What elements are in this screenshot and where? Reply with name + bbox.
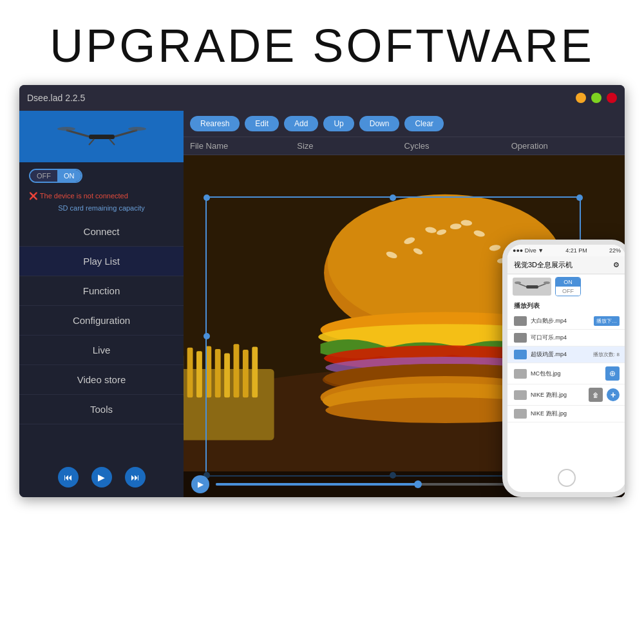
col-cycles: Cycles [404, 141, 511, 151]
toggle-area: OFF ON [19, 162, 184, 189]
phone-toggle-on[interactable]: ON [556, 278, 580, 287]
minimize-button[interactable] [576, 93, 586, 103]
play-button[interactable]: ▶ [91, 467, 112, 488]
phone-item-name: NIKE 跑鞋.jpg [531, 410, 620, 418]
sidebar-item-configuration[interactable]: Configuration [19, 306, 184, 336]
phone-list-item-highlighted[interactable]: 超级鸡蛋.mp4 播放次数: 8 [507, 346, 625, 363]
toolbar: Rearesh Edit Add Up Down Clear [184, 111, 625, 137]
svg-line-5 [89, 139, 94, 145]
down-button[interactable]: Down [359, 116, 400, 131]
phone-copy-icon[interactable]: ⊕ [605, 366, 620, 381]
title-bar: Dsee.lad 2.2.5 [19, 85, 625, 111]
edit-button[interactable]: Edit [245, 116, 279, 131]
sidebar-logo [19, 111, 184, 162]
video-play-button[interactable]: ▶ [191, 475, 209, 493]
col-size: Size [297, 141, 404, 151]
svg-rect-17 [243, 350, 249, 397]
svg-rect-15 [224, 354, 230, 398]
svg-point-43 [515, 281, 521, 284]
add-button[interactable]: Add [284, 116, 318, 131]
phone-item-name: 超级鸡蛋.mp4 [531, 350, 589, 359]
prev-button[interactable]: ⏮ [58, 467, 79, 488]
svg-point-4 [128, 127, 146, 131]
up-button[interactable]: Up [323, 116, 354, 131]
clear-button[interactable]: Clear [404, 116, 444, 131]
sidebar-item-function[interactable]: Function [19, 276, 184, 306]
app-window: Dsee.lad 2.2.5 [19, 85, 625, 497]
phone-battery: 22% [609, 247, 621, 254]
svg-line-2 [115, 130, 137, 137]
phone-item-name: 可口可乐.mp4 [531, 334, 620, 342]
phone-item-name: 大白鹅步.mp4 [531, 317, 590, 325]
device-status: ❌ The device is not connected [19, 189, 184, 203]
drone-logo-icon [57, 120, 147, 153]
sidebar-footer: ⏮ ▶ ⏭ [19, 457, 184, 497]
toggle-on-label: ON [57, 170, 81, 182]
sidebar-item-videostore[interactable]: Video store [19, 365, 184, 395]
svg-line-6 [109, 139, 115, 145]
phone-thumb-icon [514, 316, 527, 326]
phone-thumb-icon [514, 409, 527, 419]
svg-rect-18 [252, 347, 258, 398]
svg-rect-40 [526, 285, 538, 289]
phone-app-header: 视觉3D全息展示机 ⚙ [507, 256, 625, 274]
phone-list-item[interactable]: MC包包.jpg ⊕ [507, 363, 625, 384]
phone-time: 4:21 PM [565, 247, 587, 254]
app-title: Dsee.lad 2.2.5 [27, 93, 576, 103]
phone-app-title: 视觉3D全息展示机 [514, 260, 573, 270]
svg-rect-12 [196, 351, 202, 397]
phone-settings-icon[interactable]: ⚙ [613, 261, 620, 269]
phone-thumb-icon [514, 390, 527, 400]
media-viewer: ▶ 00:01:46 ●●● Dive ▼ 4:21 P [184, 155, 625, 497]
svg-rect-13 [205, 346, 211, 397]
phone-drone-image [513, 278, 551, 296]
sidebar-item-playlist[interactable]: Play List [19, 247, 184, 276]
sidebar-item-connect[interactable]: Connect [19, 217, 184, 247]
phone-item-name: NIKE 跑鞋.jpg [531, 391, 585, 399]
phone-delete-icon[interactable]: 🗑 [589, 388, 603, 402]
phone-frame: ●●● Dive ▼ 4:21 PM 22% 视觉3D全息展示机 ⚙ [502, 240, 625, 497]
page-title: UPGRADE SOFTWARE [0, 19, 644, 72]
maximize-button[interactable] [591, 93, 601, 103]
phone-item-name: MC包包.jpg [531, 370, 601, 378]
window-controls [576, 93, 617, 103]
col-filename: File Name [190, 141, 297, 151]
svg-rect-0 [89, 135, 115, 139]
sidebar-item-live[interactable]: Live [19, 336, 184, 365]
phone-list-item[interactable]: 大白鹅步.mp4 播放下… [507, 313, 625, 330]
power-toggle[interactable]: OFF ON [29, 169, 82, 183]
phone-thumb-icon [514, 350, 527, 359]
toggle-off-label: OFF [30, 170, 57, 182]
col-operation: Operation [511, 141, 618, 151]
svg-point-3 [57, 127, 75, 131]
phone-screen: ●●● Dive ▼ 4:21 PM 22% 视觉3D全息展示机 ⚙ [507, 245, 625, 492]
svg-rect-16 [234, 344, 240, 397]
next-button[interactable]: ⏭ [125, 467, 146, 488]
phone-add-button[interactable]: + [607, 388, 620, 401]
sd-card-info: SD card remaining capacity [19, 203, 184, 217]
phone-status-bar: ●●● Dive ▼ 4:21 PM 22% [507, 245, 625, 256]
svg-point-44 [544, 281, 550, 284]
phone-list-item[interactable]: NIKE 跑鞋.jpg 🗑 + [507, 384, 625, 406]
phone-list-item[interactable]: 可口可乐.mp4 [507, 330, 625, 346]
phone-toggle-off[interactable]: OFF [556, 287, 580, 296]
close-button[interactable] [607, 93, 617, 103]
svg-rect-11 [187, 348, 193, 397]
phone-list-item[interactable]: NIKE 跑鞋.jpg [507, 406, 625, 422]
svg-line-1 [66, 130, 89, 137]
phone-section-title: 播放列表 [507, 299, 625, 313]
main-content: Rearesh Edit Add Up Down Clear File Name… [184, 111, 625, 497]
svg-rect-14 [215, 349, 221, 397]
phone-thumb-icon [514, 333, 527, 343]
sidebar: OFF ON ❌ The device is not connected SD … [19, 111, 184, 497]
phone-item-action[interactable]: 播放下… [594, 316, 620, 326]
table-header: File Name Size Cycles Operation [184, 137, 625, 155]
phone-network: ●●● Dive ▼ [513, 247, 544, 254]
progress-thumb[interactable] [414, 480, 422, 488]
phone-home-button[interactable] [558, 469, 576, 487]
app-body: OFF ON ❌ The device is not connected SD … [19, 111, 625, 497]
phone-play-count: 播放次数: 8 [593, 351, 620, 358]
rearesh-button[interactable]: Rearesh [190, 116, 240, 131]
sidebar-item-tools[interactable]: Tools [19, 395, 184, 424]
progress-fill [216, 483, 418, 486]
